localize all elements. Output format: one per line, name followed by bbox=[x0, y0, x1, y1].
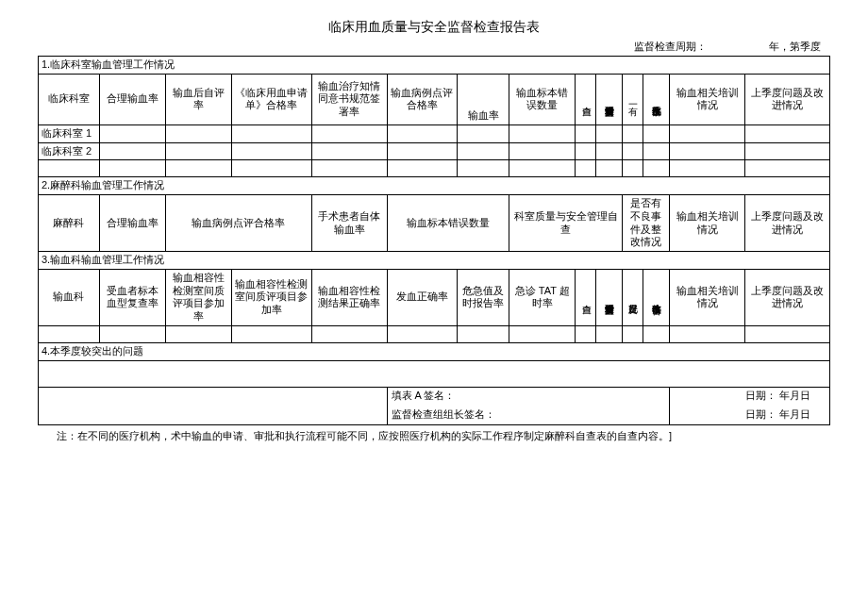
s1-c10a: 事件及整改情况 bbox=[643, 74, 670, 124]
s1-c9a: 自查 bbox=[576, 74, 596, 124]
s2-c4: 手术患者自体输血率 bbox=[311, 195, 387, 252]
page-title: 临床用血质量与安全监督检查报告表 bbox=[38, 19, 830, 36]
s3-c4: 输血相容性检测室间质评项目参加率 bbox=[231, 269, 311, 325]
s2-c6: 科室质量与安全管理自查 bbox=[509, 195, 623, 252]
date1: 日期： 年月日 bbox=[670, 387, 830, 406]
s1-c9b: 科室质量与安全管理 bbox=[596, 74, 623, 124]
s2-c1: 麻醉科 bbox=[39, 195, 100, 252]
s3-c3: 输血相容性检测室间质评项目参加率 bbox=[165, 269, 231, 325]
s2-c5: 输血标本错误数量 bbox=[387, 195, 509, 252]
s1-c11: 输血相关培训情况 bbox=[670, 74, 745, 124]
s3-c10a: 况是良好 bbox=[623, 269, 643, 325]
s3-c5: 输血相容性检测结果正确率 bbox=[311, 269, 387, 325]
s1-c5: 输血治疗知情同意书规范签署率 bbox=[311, 74, 387, 124]
period-row: 监督检查周期： 年，第季度 bbox=[38, 40, 830, 54]
period-suffix: 年，第季度 bbox=[769, 41, 821, 52]
footnote: 注：在不同的医疗机构，术中输血的申请、审批和执行流程可能不同，应按照医疗机构的实… bbox=[38, 429, 830, 443]
s1-c2: 合理输血率 bbox=[99, 74, 165, 124]
s1-c12: 上季度问题及改进情况 bbox=[745, 74, 830, 124]
period-label: 监督检查周期： bbox=[634, 41, 707, 52]
s3-c11: 输血相关培训情况 bbox=[670, 269, 745, 325]
s1-c10b: 一有 bbox=[623, 74, 643, 124]
s1-c6: 输血病例点评合格率 bbox=[387, 74, 458, 124]
s3-c8: 急诊 TAT 超时率 bbox=[509, 269, 576, 325]
s1-c7: 输血率 bbox=[458, 74, 509, 124]
s3-c12: 上季度问题及改进情况 bbox=[745, 269, 830, 325]
s1-r2: 临床科室 2 bbox=[39, 142, 100, 160]
main-table: 1.临床科室输血管理工作情况 临床科室 合理输血率 输血后自评率 《临床用血申请… bbox=[38, 56, 830, 425]
date2: 日期： 年月日 bbox=[670, 406, 830, 424]
s3-c7: 危急值及时报告率 bbox=[458, 269, 509, 325]
s2-c3: 输血病例点评合格率 bbox=[165, 195, 311, 252]
s3-c2: 受血者标本血型复查率 bbox=[99, 269, 165, 325]
s1-c8: 输血标本错误数量 bbox=[509, 74, 576, 124]
s1-c4: 《临床用血申请单》合格率 bbox=[231, 74, 311, 124]
filler-sign: 填表 A 签名： bbox=[387, 387, 670, 406]
sec1-heading: 1.临床科室输血管理工作情况 bbox=[39, 57, 830, 75]
sec4-heading: 4.本季度较突出的问题 bbox=[39, 342, 830, 360]
sec3-heading: 3.输血科输血管理工作情况 bbox=[39, 252, 830, 270]
s1-r1: 临床科室 1 bbox=[39, 124, 100, 142]
s2-c7: 是否有不良事件及整改情况 bbox=[623, 195, 670, 252]
s3-c6: 发血正确率 bbox=[387, 269, 458, 325]
s3-c9a: 自查 bbox=[576, 269, 596, 325]
s3-c1: 输血科 bbox=[39, 269, 100, 325]
s1-c3: 输血后自评率 bbox=[165, 74, 231, 124]
s2-c8: 输血相关培训情况 bbox=[670, 195, 745, 252]
s3-c9b: 科室质量与安全管理 bbox=[596, 269, 623, 325]
s1-c1: 临床科室 bbox=[39, 74, 100, 124]
s2-c2: 合理输血率 bbox=[99, 195, 165, 252]
s2-c9: 上季度问题及改进情况 bbox=[745, 195, 830, 252]
sec2-heading: 2.麻醉科输血管理工作情况 bbox=[39, 177, 830, 195]
s3-c10b: 事件改善整改情 bbox=[643, 269, 670, 325]
leader-sign: 监督检查组组长签名： bbox=[387, 406, 670, 424]
